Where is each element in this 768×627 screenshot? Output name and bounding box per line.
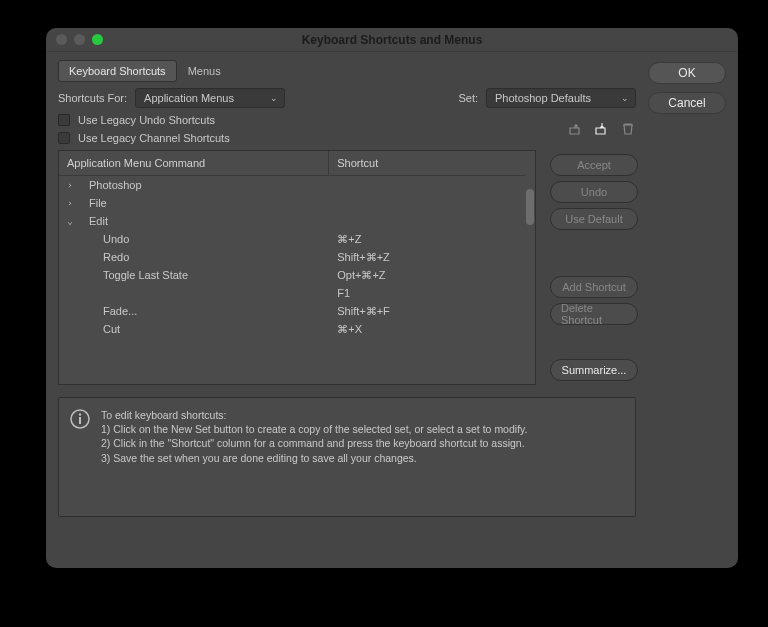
disclosure-icon[interactable]: › [65,180,75,190]
legacy-channel-label: Use Legacy Channel Shortcuts [78,132,230,144]
table-header: Application Menu Command Shortcut [59,151,525,176]
checkbox-icon [58,114,70,126]
delete-shortcut-button[interactable]: Delete Shortcut [550,303,638,325]
scrollbar[interactable] [525,151,535,384]
info-panel: To edit keyboard shortcuts: 1) Click on … [58,397,636,517]
shortcuts-for-label: Shortcuts For: [58,92,127,104]
table-row[interactable]: Undo⌘+Z [59,230,525,248]
dialog-window: Keyboard Shortcuts and Menus Keyboard Sh… [46,28,738,568]
undo-button[interactable]: Undo [550,181,638,203]
window-title: Keyboard Shortcuts and Menus [46,33,738,47]
use-default-button[interactable]: Use Default [550,208,638,230]
shortcut-table[interactable]: ›Photoshop›File⌄EditUndo⌘+ZRedoShift+⌘+Z… [59,176,525,343]
set-value: Photoshop Defaults [495,92,591,104]
cancel-button[interactable]: Cancel [648,92,726,114]
svg-rect-2 [79,417,81,424]
command-label: Photoshop [79,179,142,191]
command-label: Redo [79,251,129,263]
legacy-channel-checkbox[interactable]: Use Legacy Channel Shortcuts [58,132,230,144]
set-select[interactable]: Photoshop Defaults ⌄ [486,88,636,108]
svg-point-1 [79,413,81,415]
chevron-down-icon: ⌄ [270,93,278,103]
legacy-undo-checkbox[interactable]: Use Legacy Undo Shortcuts [58,114,230,126]
table-row[interactable]: Cut⌘+X [59,320,525,338]
shortcut-value[interactable]: F1 [329,287,525,299]
shortcuts-for-select[interactable]: Application Menus ⌄ [135,88,285,108]
shortcut-value[interactable]: Shift+⌘+Z [329,251,525,264]
shortcut-value[interactable]: ⌘+Z [329,233,525,246]
command-label: File [79,197,107,209]
shortcuts-for-value: Application Menus [144,92,234,104]
new-set-icon[interactable] [568,122,584,136]
tab-menus[interactable]: Menus [177,60,232,82]
command-label: Undo [79,233,129,245]
tab-bar: Keyboard Shortcuts Menus [58,60,636,82]
disclosure-icon[interactable]: › [65,198,75,208]
accept-button[interactable]: Accept [550,154,638,176]
legacy-undo-label: Use Legacy Undo Shortcuts [78,114,215,126]
checkbox-icon [58,132,70,144]
shortcut-value[interactable]: Opt+⌘+Z [329,269,525,282]
trash-icon[interactable] [620,122,636,136]
info-icon [69,408,91,430]
table-row[interactable]: F1 [59,284,525,302]
header-command[interactable]: Application Menu Command [59,151,329,175]
tab-keyboard-shortcuts[interactable]: Keyboard Shortcuts [58,60,177,82]
add-shortcut-button[interactable]: Add Shortcut [550,276,638,298]
header-shortcut[interactable]: Shortcut [329,151,525,175]
info-text: To edit keyboard shortcuts: 1) Click on … [101,408,527,506]
summarize-button[interactable]: Summarize... [550,359,638,381]
table-row[interactable]: RedoShift+⌘+Z [59,248,525,266]
set-label: Set: [458,92,478,104]
titlebar: Keyboard Shortcuts and Menus [46,28,738,52]
save-set-icon[interactable] [594,122,610,136]
chevron-down-icon: ⌄ [621,93,629,103]
command-label: Toggle Last State [79,269,188,281]
command-label: Edit [79,215,108,227]
table-row[interactable]: ⌄Edit [59,212,525,230]
table-row[interactable]: ›Photoshop [59,176,525,194]
command-label: Fade... [79,305,137,317]
disclosure-icon[interactable]: ⌄ [65,216,75,226]
table-row[interactable]: Toggle Last StateOpt+⌘+Z [59,266,525,284]
table-row[interactable]: ›File [59,194,525,212]
scrollbar-thumb[interactable] [526,189,534,225]
shortcut-value[interactable]: ⌘+X [329,323,525,336]
ok-button[interactable]: OK [648,62,726,84]
command-label: Cut [79,323,120,335]
shortcut-value[interactable]: Shift+⌘+F [329,305,525,318]
table-row[interactable]: Fade...Shift+⌘+F [59,302,525,320]
